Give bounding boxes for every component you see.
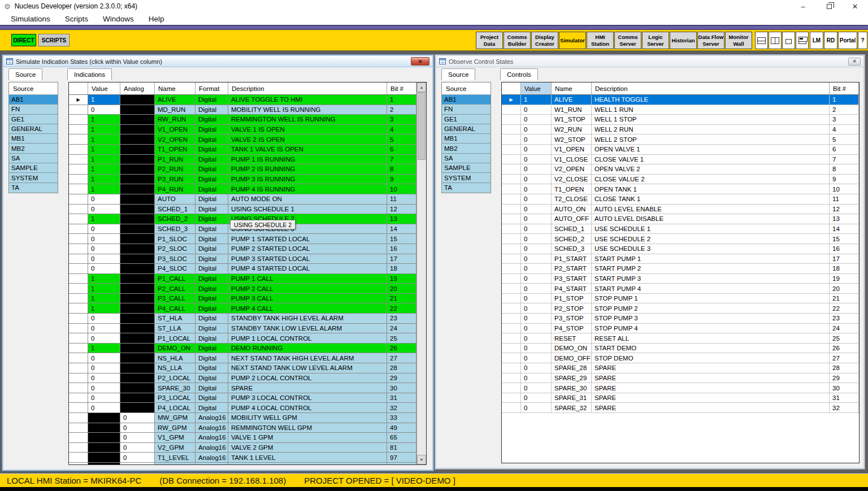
source-item-mb2[interactable]: MB2 [442, 144, 491, 153]
source-item-mb2[interactable]: MB2 [9, 144, 58, 153]
control-row[interactable]: 0P3_STARTSTART PUMP 319 [502, 274, 859, 284]
value-cell[interactable]: 1 [88, 274, 120, 284]
source-item-ab1[interactable]: AB1 [9, 95, 58, 105]
button-portal[interactable]: Portal [838, 32, 857, 49]
source-item-ge1[interactable]: GE1 [9, 115, 58, 124]
value-cell[interactable]: 0 [88, 383, 120, 393]
tab-source-left[interactable]: Source [8, 68, 42, 80]
value-cell[interactable]: 1 [88, 125, 120, 135]
source-item-general[interactable]: GENERAL [442, 124, 491, 134]
indication-row[interactable]: 1T1_OPENDigitalTANK 1 VALVE IS OPEN6 [69, 145, 416, 155]
value-cell[interactable]: 1 [88, 155, 120, 165]
indication-row[interactable]: 0P3_SLOCDigitalPUMP 3 STARTED LOCAL17 [69, 254, 416, 264]
control-row[interactable]: 0SCHED_3USE SCHEDULE 316 [502, 244, 859, 254]
value-cell[interactable]: 1 [88, 95, 120, 105]
control-row[interactable]: 0V2_OPENOPEN VALVE 28 [502, 164, 859, 175]
scrollbar-up-button[interactable]: ▲ [417, 82, 426, 92]
value-cell[interactable]: 0 [88, 393, 120, 403]
source-item-mb1[interactable]: MB1 [9, 134, 58, 144]
control-row[interactable]: 0V2_CLOSECLOSE VALUE 29 [502, 175, 859, 185]
control-row[interactable]: 0SPARE_31SPARE31 [502, 393, 859, 403]
module-button-monitor-wall[interactable]: Monitor Wall [725, 32, 752, 49]
simulate-window-close-button[interactable]: ✕ [411, 57, 429, 66]
value-cell[interactable]: 1 [88, 303, 120, 314]
value-cell[interactable] [88, 423, 120, 433]
indication-row[interactable]: 1P1_RUNDigitalPUMP 1 IS RUNNING7 [69, 155, 416, 165]
indication-row[interactable]: 1P2_CALLDigitalPUMP 2 CALL20 [69, 284, 416, 294]
indication-row[interactable]: 0P2_LOCALDigitalPUMP 2 LOCAL CONTROL29 [69, 373, 416, 384]
indication-row[interactable]: 0T1_LEVELAnalog16TANK 1 LEVEL97 [69, 453, 416, 463]
scrollbar-thumb[interactable] [418, 92, 426, 160]
indication-row[interactable]: 1P4_CALLDigitalPUMP 4 CALL22 [69, 303, 416, 314]
source-item-ta[interactable]: TA [442, 183, 491, 193]
value-cell[interactable] [88, 443, 120, 453]
indication-row[interactable]: 1P2_RUNDigitalPUMP 2 IS RUNNING8 [69, 164, 416, 175]
control-row[interactable]: 0SCHED_2USE SCHEDULE 215 [502, 234, 859, 244]
direct-button[interactable]: DIRECT [11, 34, 36, 46]
control-row[interactable]: 0P4_STOPSTOP PUMP 424 [502, 324, 859, 334]
value-cell[interactable]: 0 [88, 244, 120, 254]
control-row[interactable]: ▶1ALIVEHEALTH TOGGLE1 [502, 95, 859, 105]
module-button-display-creator[interactable]: Display Creator [531, 32, 558, 49]
indication-row[interactable]: 0SPARE_30DigitalSPARE30 [69, 383, 416, 393]
value-cell[interactable]: 1 [88, 145, 120, 155]
source-item-sa[interactable]: SA [442, 154, 491, 163]
control-row[interactable]: 0AUTO_ONAUTO LEVEL ENABLE12 [502, 205, 859, 215]
value-cell[interactable]: 1 [88, 294, 120, 304]
indication-row[interactable]: 0V1_GPMAnalog16VALVE 1 GPM65 [69, 433, 416, 443]
value-cell[interactable]: 0 [88, 194, 120, 205]
scrollbar-track[interactable] [417, 92, 426, 455]
module-button-logic-server[interactable]: Logic Server [642, 32, 669, 49]
source-item-ta[interactable]: TA [9, 183, 58, 193]
control-row[interactable]: 0P3_STOPSTOP PUMP 323 [502, 314, 859, 324]
indication-row[interactable]: 1V2_OPENDigitalVALVE 2 IS OPEN5 [69, 134, 416, 145]
tab-source-right[interactable]: Source [441, 68, 475, 80]
value-cell[interactable]: 0 [88, 333, 120, 344]
control-row[interactable]: 0V1_CLOSECLOSE VALVE 17 [502, 155, 859, 165]
cascade-windows-button[interactable] [782, 32, 795, 49]
indication-row[interactable]: 0AUTODigitalAUTO MODE ON11 [69, 194, 416, 205]
source-item-fn[interactable]: FN [9, 105, 58, 114]
value-cell[interactable]: 0 [88, 353, 120, 363]
value-cell[interactable] [88, 453, 120, 463]
indication-row[interactable]: 0MW_GPMAnalog16MOBILITY WELL GPM33 [69, 413, 416, 423]
indication-row[interactable]: ▶1ALIVEDigitalALIVE TOGGLE TO HMI1 [69, 95, 416, 105]
value-cell[interactable] [88, 463, 120, 464]
button-help[interactable]: ? [858, 32, 867, 49]
control-row[interactable]: 0T2_CLOSECLOSE TANK 111 [502, 194, 859, 205]
indication-row[interactable]: 0ST_HLADigitalSTANDBY TANK HIGH LEVEL AL… [69, 314, 416, 324]
menu-item-help[interactable]: Help [141, 15, 172, 23]
value-cell[interactable]: 1 [88, 115, 120, 125]
indication-row[interactable]: 1V1_OPENDigitalVALVE 1 IS OPEN4 [69, 125, 416, 135]
indication-row[interactable]: 0MD_RUNDigitalMOBILITY WELL IS RUNNING2 [69, 105, 416, 115]
indication-row[interactable]: 0NS_HLADigitalNEXT STAND TANK HIGH LEVEL… [69, 353, 416, 363]
value-cell[interactable]: 1 [88, 284, 120, 294]
indication-row[interactable]: 0P4_LOCALDigitalPUMP 4 LOCAL CONTROL32 [69, 403, 416, 413]
indication-row[interactable]: 1DEMO_ONDigitalDEMO RUNNING26 [69, 344, 416, 354]
control-row[interactable]: 0AUTO_OFFAUTO LEVEL DISABLE13 [502, 214, 859, 224]
control-row[interactable]: 0P4_STARTSTART PUMP 420 [502, 284, 859, 294]
source-item-system[interactable]: SYSTEM [9, 173, 58, 183]
indication-row[interactable]: 0RW_GPMAnalog16REMMINGTON WELL GPM49 [69, 423, 416, 433]
indication-row[interactable]: 1P3_CALLDigitalPUMP 3 CALL21 [69, 294, 416, 304]
simulate-window-titlebar[interactable]: Simulate Indication States (click within… [3, 56, 432, 67]
indication-row[interactable]: 0P2_SLOCDigitalPUMP 2 STARTED LOCAL16 [69, 244, 416, 254]
control-row[interactable]: 0RESETRESET ALL25 [502, 333, 859, 344]
control-row[interactable]: 0W1_STOPWELL 1 STOP3 [502, 115, 859, 125]
value-cell[interactable]: 0 [88, 324, 120, 334]
value-cell[interactable]: 0 [88, 363, 120, 373]
menu-item-scripts[interactable]: Scripts [58, 15, 96, 23]
indication-row[interactable]: 1RW_RUNDigitalREMMINGTON WELL IS RUNNING… [69, 115, 416, 125]
scripts-button[interactable]: SCRIPTS [38, 34, 70, 46]
control-row[interactable]: 0W2_STOPWELL 2 STOP5 [502, 134, 859, 145]
observe-window-titlebar[interactable]: Observe Control States ✕ [436, 56, 863, 67]
minimize-button[interactable]: – [790, 0, 816, 12]
control-row[interactable]: 0DEMO_OFFSTOP DEMO27 [502, 353, 859, 363]
value-cell[interactable]: 0 [88, 224, 120, 234]
split-horizontal-button[interactable] [755, 32, 768, 49]
control-row[interactable]: 0V1_OPENOPEN VALVE 16 [502, 145, 859, 155]
control-row[interactable]: 0SPARE_28SPARE28 [502, 363, 859, 373]
module-button-project-data[interactable]: Project Data [476, 32, 503, 49]
scrollbar-down-button[interactable]: ▼ [417, 455, 426, 464]
indication-row[interactable]: 1P3_RUNDigitalPUMP 3 IS RUNNING9 [69, 175, 416, 185]
